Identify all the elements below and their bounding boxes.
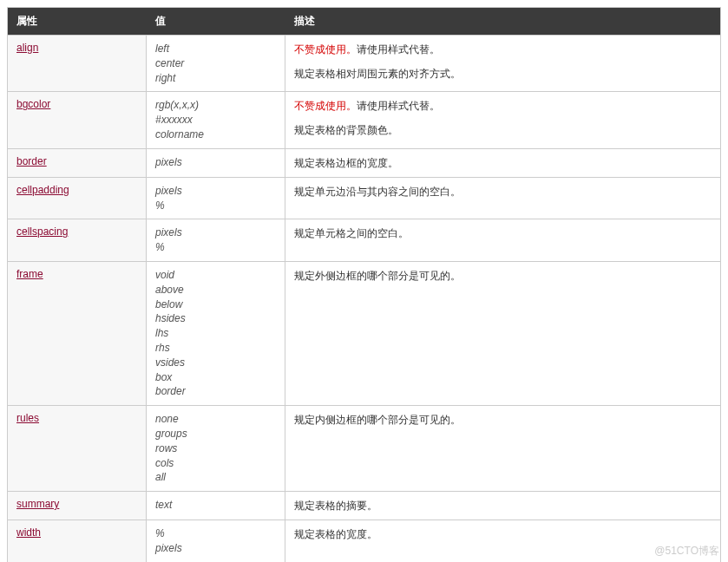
attr-link[interactable]: border [16,155,47,167]
table-row: borderpixels规定表格边框的宽度。 [8,148,721,177]
value-item: pixels [155,155,276,170]
table-row: cellspacingpixels%规定单元格之间的空白。 [8,219,721,262]
value-item: % [155,526,276,541]
value-item: groups [155,427,276,441]
value-item: % [155,199,276,213]
value-cell: pixels [147,148,285,177]
desc-cell: 规定表格边框的宽度。 [285,148,721,177]
desc-text: 规定单元格之间的空白。 [294,225,712,241]
attr-cell: summary [8,492,147,520]
attributes-table: 属性 值 描述 alignleftcenterright不赞成使用。请使用样式代… [7,7,721,562]
value-item: text [155,498,276,513]
attr-link[interactable]: frame [16,268,43,280]
header-desc: 描述 [285,8,721,36]
table-row: width%pixels规定表格的宽度。 [8,520,721,562]
attr-cell: border [8,148,147,177]
value-cell: nonegroupsrowscolsall [147,406,285,492]
value-item: border [155,384,276,399]
attr-link[interactable]: width [16,526,41,539]
attr-link[interactable]: cellspacing [16,225,68,238]
value-cell: voidabovebelowhsideslhsrhsvsidesboxborde… [147,261,285,405]
value-item: box [155,370,276,385]
value-item: hsides [155,311,276,326]
header-value: 值 [147,8,285,36]
desc-cell: 规定表格的摘要。 [285,492,721,520]
value-item: lhs [155,326,276,341]
desc-cell: 规定表格的宽度。 [285,520,721,562]
value-item: center [155,56,276,71]
desc-text: 规定表格的宽度。 [294,526,712,542]
desc-text: 规定外侧边框的哪个部分是可见的。 [294,268,712,284]
attr-cell: cellspacing [8,219,147,262]
table-row: bgcolorrgb(x,x,x)#xxxxxxcolorname不赞成使用。请… [8,92,721,148]
value-item: pixels [155,541,276,556]
table-row: alignleftcenterright不赞成使用。请使用样式代替。规定表格相对… [8,36,721,92]
desc-cell: 不赞成使用。请使用样式代替。规定表格相对周围元素的对齐方式。 [285,36,721,92]
value-item: above [155,283,276,297]
value-item: % [155,240,276,255]
value-item: void [155,268,276,283]
value-cell: leftcenterright [147,36,285,92]
desc-cell: 规定外侧边框的哪个部分是可见的。 [285,261,721,405]
value-item: none [155,412,276,427]
value-item: #xxxxxx [155,113,276,127]
attr-link[interactable]: rules [16,412,39,424]
attr-cell: bgcolor [8,92,147,148]
desc-text: 规定表格边框的宽度。 [294,155,712,171]
attr-cell: align [8,36,147,92]
table-row: rulesnonegroupsrowscolsall规定内侧边框的哪个部分是可见… [8,406,721,492]
attr-link[interactable]: cellpadding [16,184,69,196]
value-item: cols [155,456,276,471]
table-row: cellpaddingpixels%规定单元边沿与其内容之间的空白。 [8,177,721,219]
desc-text: 规定内侧边框的哪个部分是可见的。 [294,412,712,428]
desc-text: 规定表格的摘要。 [294,498,712,513]
value-item: left [155,42,276,56]
value-item: pixels [155,225,276,240]
value-item: right [155,71,276,86]
value-item: rhs [155,341,276,356]
header-attr: 属性 [8,8,147,36]
value-item: rgb(x,x,x) [155,98,276,113]
table-header-row: 属性 值 描述 [8,8,721,36]
value-item: rows [155,441,276,456]
desc-text: 规定单元边沿与其内容之间的空白。 [294,184,712,199]
table-row: summarytext规定表格的摘要。 [8,492,721,520]
value-cell: rgb(x,x,x)#xxxxxxcolorname [147,92,285,148]
desc-cell: 规定单元边沿与其内容之间的空白。 [285,177,721,219]
value-item: below [155,297,276,312]
attr-cell: rules [8,406,147,492]
value-cell: text [147,492,285,520]
attr-link[interactable]: align [16,42,38,54]
table-row: framevoidabovebelowhsideslhsrhsvsidesbox… [8,261,721,405]
attr-link[interactable]: bgcolor [16,98,50,110]
value-cell: pixels% [147,177,285,219]
value-item: colorname [155,127,276,142]
value-item: all [155,470,276,485]
deprecated-label: 不赞成使用。 [294,100,357,112]
value-item: vsides [155,356,276,370]
desc-text: 规定表格相对周围元素的对齐方式。 [294,66,712,82]
desc-cell: 不赞成使用。请使用样式代替。规定表格的背景颜色。 [285,92,721,148]
value-cell: %pixels [147,520,285,562]
attr-link[interactable]: summary [16,498,59,510]
desc-cell: 规定单元格之间的空白。 [285,219,721,262]
value-item: pixels [155,184,276,199]
attr-cell: width [8,520,147,562]
value-cell: pixels% [147,219,285,262]
desc-cell: 规定内侧边框的哪个部分是可见的。 [285,406,721,492]
deprecated-label: 不赞成使用。 [294,43,357,56]
attr-cell: frame [8,261,147,405]
desc-text: 规定表格的背景颜色。 [294,122,712,138]
attr-cell: cellpadding [8,177,147,219]
